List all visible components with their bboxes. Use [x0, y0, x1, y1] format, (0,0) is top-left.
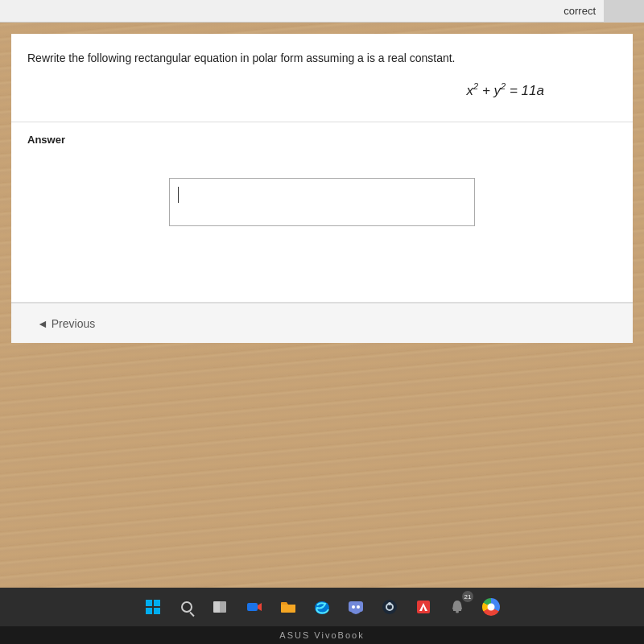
red-app-button[interactable]: [411, 594, 436, 620]
svg-marker-3: [258, 603, 262, 611]
file-explorer-button[interactable]: [208, 594, 233, 620]
meet-button[interactable]: [242, 594, 267, 620]
equation-display: x2 + y2 = 11a: [27, 81, 609, 99]
bottom-nav: ◄ Previous: [11, 303, 633, 343]
discord-button[interactable]: [343, 594, 369, 620]
meet-icon: [246, 598, 263, 616]
answer-input-box[interactable]: [169, 178, 475, 226]
red-app-icon: [415, 598, 432, 616]
notification-badge: 21: [462, 591, 473, 602]
windows-start-button[interactable]: [140, 594, 166, 620]
screen: correct Rewrite the following rectangula…: [0, 0, 644, 644]
edge-button[interactable]: [309, 594, 335, 620]
discord-icon: [347, 598, 365, 616]
svg-rect-1: [220, 601, 226, 613]
answer-section: Answer: [11, 122, 633, 303]
svg-point-7: [357, 605, 360, 609]
file-icon: [212, 598, 229, 616]
question-text: Rewrite the following rectangular equati…: [27, 50, 609, 67]
steam-icon: [381, 598, 398, 616]
svg-point-6: [352, 605, 355, 609]
steam-button[interactable]: [377, 594, 402, 620]
text-cursor: [178, 187, 179, 203]
chrome-icon: [482, 598, 500, 616]
search-icon: [181, 601, 192, 613]
spacer: [27, 242, 617, 291]
answer-input-area: [27, 178, 617, 226]
svg-point-8: [382, 600, 397, 614]
svg-point-10: [388, 602, 391, 605]
edge-icon: [313, 598, 331, 616]
svg-rect-2: [247, 603, 258, 611]
folder-icon: [279, 598, 297, 616]
previous-button[interactable]: ◄ Previous: [27, 311, 105, 336]
question-box: Rewrite the following rectangular equati…: [11, 34, 633, 122]
answer-label: Answer: [27, 134, 617, 146]
svg-rect-11: [417, 601, 430, 613]
svg-point-14: [456, 611, 459, 613]
top-bar-button[interactable]: [604, 0, 644, 23]
top-bar: correct: [0, 0, 644, 23]
taskbar: 21: [0, 588, 644, 626]
chrome-button[interactable]: [478, 594, 504, 620]
correct-badge: correct: [564, 5, 596, 17]
file-manager-button[interactable]: [275, 594, 301, 620]
svg-rect-5: [349, 601, 363, 612]
asus-label: ASUS VivoBook: [279, 630, 364, 640]
notification-button[interactable]: 21: [444, 594, 470, 620]
windows-logo-icon: [146, 600, 160, 614]
asus-bar: ASUS VivoBook: [0, 626, 644, 644]
search-button[interactable]: [174, 594, 200, 620]
